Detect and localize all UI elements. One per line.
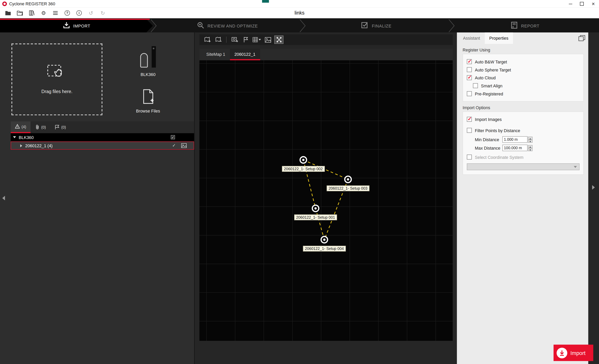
pre-registered-label: Pre-Registered [475,92,503,96]
remove-sitemap-icon[interactable] [214,35,223,44]
tab-2060122-1[interactable]: 2060122_1 [230,49,260,60]
filter-points-checkbox[interactable] [467,128,472,133]
blk360-device[interactable]: BLK360 [130,46,166,77]
properties-panel: Assistant Properties Register Using Auto… [457,32,588,364]
tree-item-checkmark[interactable]: ✓ [172,143,176,148]
minimize-button[interactable] [565,0,576,8]
file-dropzone[interactable]: Drag files here. [11,43,102,115]
stage-finalize-label: FINALIZE [372,24,391,28]
stage-finalize[interactable]: FINALIZE [302,19,451,33]
stage-review-and-optimize[interactable]: REVIEW AND OPTIMIZE [153,19,302,33]
grid-view-icon[interactable] [252,35,261,44]
import-images-checkbox[interactable] [467,117,472,122]
option-smart-align[interactable]: Smart Align [473,82,580,90]
blk360-device-label: BLK360 [130,72,166,76]
auto-sphere-target-checkbox[interactable] [467,67,472,72]
tab-warnings-count: (4) [22,125,26,129]
help-icon[interactable]: ? [64,9,71,16]
stage-separator [448,19,456,33]
workspace: Drag files here. BLK360 Browse Files [0,32,599,364]
titlebar: Cyclone REGISTER 360 [0,0,599,8]
auto-bw-target-checkbox[interactable] [467,59,472,64]
close-button[interactable] [588,0,599,8]
stage-report[interactable]: REPORT [451,19,599,33]
folder-icon[interactable] [5,9,11,16]
warning-triangle-icon [15,124,20,129]
folder-open-icon[interactable] [17,9,23,16]
maximize-button[interactable] [576,0,587,8]
blk360-device-icon [140,46,156,68]
collapse-left-panel-arrow[interactable] [2,196,5,200]
max-distance-input[interactable] [502,145,528,151]
library-icon[interactable] [28,9,35,16]
tree-root-label: BLK360 [19,135,34,139]
option-auto-bw-target[interactable]: Auto B&W Target [467,58,579,66]
app-logo-icon [2,1,7,6]
tab-tags[interactable]: (0) [51,121,70,133]
register-using-card: Auto B&W Target Auto Sphere Target Auto … [463,54,584,102]
import-button[interactable]: Import [554,345,593,361]
setup-node[interactable] [344,176,352,183]
grid-view-dropdown-caret[interactable] [259,39,261,41]
toolbar-separator [226,37,227,43]
min-distance-input[interactable] [502,136,528,143]
image-view-icon[interactable] [263,35,272,44]
tab-warnings[interactable]: (4) [11,121,30,133]
tab-attachments[interactable]: (0) [31,121,51,133]
tree-root-row[interactable]: BLK360 ✓ [11,133,194,141]
auto-cloud-checkbox[interactable] [467,75,472,80]
image-target-icon[interactable] [230,35,239,44]
finalize-check-icon [361,21,369,30]
tab-sitemap-1[interactable]: SiteMap 1 [202,49,230,60]
import-button-label: Import [570,350,585,356]
setup-node[interactable] [320,236,328,244]
option-filter-points[interactable]: Filter Points by Distance [467,126,579,134]
min-distance-spinner[interactable]: ▲▼ [528,136,532,143]
import-icon [62,21,70,30]
menubar: ⚙ ? i ↺ ↻ links [0,8,599,18]
sitemap-canvas[interactable]: 2060122_1- Setup 0022060122_1- Setup 003… [200,60,453,341]
setup-node-label: 2060122_1- Setup 003 [327,186,369,191]
image-preview-icon[interactable] [181,143,187,148]
chevron-right-icon[interactable] [20,144,22,147]
info-icon[interactable]: i [76,9,83,16]
expand-right-panel-arrow[interactable] [592,185,595,190]
link-setups-icon[interactable] [274,35,284,44]
tab-assistant[interactable]: Assistant [458,32,485,44]
option-pre-registered[interactable]: Pre-Registered [467,90,579,98]
browse-files[interactable]: Browse Files [130,89,166,113]
smart-align-label: Smart Align [481,84,502,88]
tab-attachments-count: (0) [41,125,46,129]
coordinate-system-dropdown[interactable] [467,163,579,170]
setup-node[interactable] [300,156,307,164]
add-sitemap-icon[interactable] [203,35,212,44]
import-download-icon [556,347,567,358]
tree-root-checkbox[interactable]: ✓ [171,135,175,139]
option-auto-cloud[interactable]: Auto Cloud [467,74,579,82]
setup-link-line[interactable] [316,208,325,239]
drag-hand-icon [47,65,67,83]
max-distance-spinner[interactable]: ▲▼ [528,145,532,151]
stage-import[interactable]: IMPORT [0,19,153,33]
flag-tool-icon[interactable] [241,35,250,44]
panel-layout-icon[interactable] [578,35,585,43]
coordinate-system-label: Select Coordinate System [475,155,523,159]
tree-item-row[interactable]: 2060122_1 (4) ✓ [11,142,194,150]
setup-node[interactable] [312,204,319,212]
chevron-down-icon[interactable] [13,136,16,138]
coordinate-system-checkbox[interactable] [467,154,472,160]
setup-node-label: 2060122_1- Setup 001 [294,214,337,220]
redo-icon[interactable]: ↻ [99,9,106,16]
option-import-images[interactable]: Import Images [467,115,579,123]
pre-registered-checkbox[interactable] [467,91,472,96]
tab-tags-count: (0) [61,125,66,129]
stage-separator [150,19,158,33]
option-select-coordinate-system[interactable]: Select Coordinate System [467,153,579,161]
right-panel-tabs: Assistant Properties [457,32,588,44]
smart-align-checkbox[interactable] [473,83,478,88]
list-icon[interactable] [52,9,59,16]
tab-properties[interactable]: Properties [485,32,513,44]
option-auto-sphere-target[interactable]: Auto Sphere Target [467,66,579,74]
undo-icon[interactable]: ↺ [88,9,94,16]
settings-gear-icon[interactable]: ⚙ [40,9,47,16]
